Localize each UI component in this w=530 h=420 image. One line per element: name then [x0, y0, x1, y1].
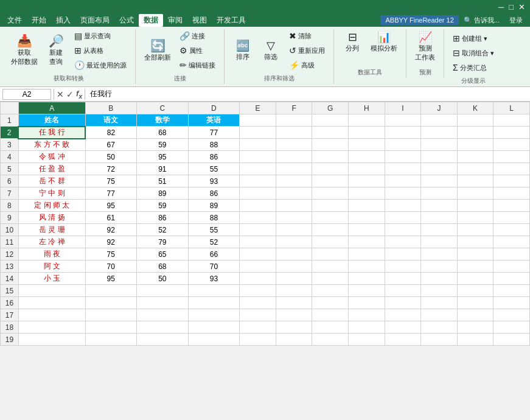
empty-cell[interactable]: [385, 187, 421, 200]
empty-cell[interactable]: [240, 200, 276, 212]
cell-A12[interactable]: 雨 夜: [18, 248, 85, 261]
empty-cell[interactable]: [276, 175, 312, 187]
empty-cell[interactable]: [312, 187, 349, 200]
empty-cell[interactable]: [421, 273, 458, 285]
empty-cell[interactable]: [276, 248, 312, 261]
empty-cell[interactable]: [240, 321, 276, 334]
empty-cell[interactable]: [421, 334, 458, 346]
empty-cell[interactable]: [240, 187, 276, 200]
empty-cell[interactable]: [457, 309, 493, 321]
empty-cell[interactable]: [312, 285, 349, 297]
row-header[interactable]: 6: [1, 175, 19, 187]
empty-cell[interactable]: [348, 273, 385, 285]
menu-tell[interactable]: 🔍 告诉我...: [459, 15, 504, 26]
cell-A8[interactable]: 定 闲 师 太: [18, 200, 85, 212]
close-btn[interactable]: ✕: [518, 2, 525, 12]
cell-B17[interactable]: [85, 309, 137, 321]
empty-cell[interactable]: [348, 236, 385, 248]
connections-btn[interactable]: 🔗 连接: [176, 29, 219, 43]
empty-cell[interactable]: [312, 334, 349, 346]
cell-B1[interactable]: 语文: [85, 114, 137, 127]
cell-A3[interactable]: 东 方 不 败: [18, 139, 85, 151]
empty-cell[interactable]: [348, 248, 385, 261]
empty-cell[interactable]: [348, 212, 385, 224]
empty-cell[interactable]: [240, 224, 276, 236]
row-header[interactable]: 13: [1, 261, 19, 273]
empty-cell[interactable]: [276, 139, 312, 151]
cell-A15[interactable]: [18, 285, 85, 297]
cell-B2[interactable]: 82: [85, 127, 137, 139]
insert-function-icon[interactable]: fx: [76, 89, 82, 100]
empty-cell[interactable]: [493, 321, 530, 334]
empty-cell[interactable]: [276, 273, 312, 285]
empty-cell[interactable]: [240, 163, 276, 175]
empty-cell[interactable]: [348, 151, 385, 163]
empty-cell[interactable]: [312, 224, 349, 236]
row-header[interactable]: 11: [1, 236, 19, 248]
cell-A18[interactable]: [18, 321, 85, 334]
col-header-B[interactable]: B: [85, 102, 137, 114]
empty-cell[interactable]: [240, 114, 276, 127]
menu-insert[interactable]: 插入: [51, 14, 75, 27]
empty-cell[interactable]: [276, 285, 312, 297]
empty-cell[interactable]: [385, 200, 421, 212]
row-header[interactable]: 18: [1, 321, 19, 334]
empty-cell[interactable]: [348, 175, 385, 187]
cell-B18[interactable]: [85, 321, 137, 334]
empty-cell[interactable]: [421, 163, 458, 175]
cell-C8[interactable]: 59: [137, 200, 189, 212]
cell-C12[interactable]: 65: [137, 248, 189, 261]
empty-cell[interactable]: [240, 273, 276, 285]
empty-cell[interactable]: [493, 261, 530, 273]
empty-cell[interactable]: [312, 248, 349, 261]
menu-login[interactable]: 登录: [504, 15, 528, 26]
empty-cell[interactable]: [385, 139, 421, 151]
cell-A6[interactable]: 岳 不 群: [18, 175, 85, 187]
empty-cell[interactable]: [421, 248, 458, 261]
empty-cell[interactable]: [385, 248, 421, 261]
col-header-J[interactable]: J: [421, 102, 458, 114]
new-query-btn[interactable]: 🔎 新建 查询: [43, 32, 69, 69]
cancel-formula-icon[interactable]: ✕: [57, 89, 64, 99]
empty-cell[interactable]: [421, 187, 458, 200]
empty-cell[interactable]: [348, 163, 385, 175]
empty-cell[interactable]: [385, 163, 421, 175]
empty-cell[interactable]: [312, 236, 349, 248]
empty-cell[interactable]: [312, 163, 349, 175]
empty-cell[interactable]: [493, 127, 530, 139]
empty-cell[interactable]: [312, 273, 349, 285]
empty-cell[interactable]: [276, 236, 312, 248]
empty-cell[interactable]: [348, 285, 385, 297]
empty-cell[interactable]: [276, 187, 312, 200]
empty-cell[interactable]: [240, 297, 276, 309]
menu-file[interactable]: 文件: [2, 14, 27, 27]
empty-cell[interactable]: [421, 297, 458, 309]
cell-C5[interactable]: 91: [137, 163, 189, 175]
empty-cell[interactable]: [421, 175, 458, 187]
row-header[interactable]: 9: [1, 212, 19, 224]
empty-cell[interactable]: [240, 139, 276, 151]
empty-cell[interactable]: [312, 200, 349, 212]
cell-C16[interactable]: [137, 297, 189, 309]
empty-cell[interactable]: [276, 261, 312, 273]
row-header[interactable]: 10: [1, 224, 19, 236]
what-if-btn[interactable]: 📊 模拟分析: [367, 29, 401, 55]
empty-cell[interactable]: [240, 285, 276, 297]
row-header[interactable]: 3: [1, 139, 19, 151]
cell-B7[interactable]: 77: [85, 187, 137, 200]
row-header[interactable]: 8: [1, 200, 19, 212]
empty-cell[interactable]: [421, 285, 458, 297]
cell-D11[interactable]: 52: [188, 236, 240, 248]
empty-cell[interactable]: [493, 187, 530, 200]
empty-cell[interactable]: [240, 248, 276, 261]
cell-C18[interactable]: [137, 321, 189, 334]
cell-A9[interactable]: 风 清 扬: [18, 212, 85, 224]
row-header[interactable]: 2: [1, 127, 19, 139]
ungroup-btn[interactable]: ⊟ 取消组合 ▾: [449, 46, 498, 60]
reapply-btn[interactable]: ↺ 重新应用: [285, 44, 329, 57]
empty-cell[interactable]: [457, 273, 493, 285]
refresh-all-btn[interactable]: 🔄 全部刷新: [141, 37, 175, 65]
cell-A7[interactable]: 宁 中 则: [18, 187, 85, 200]
cell-D4[interactable]: 86: [188, 151, 240, 163]
cell-B5[interactable]: 72: [85, 163, 137, 175]
